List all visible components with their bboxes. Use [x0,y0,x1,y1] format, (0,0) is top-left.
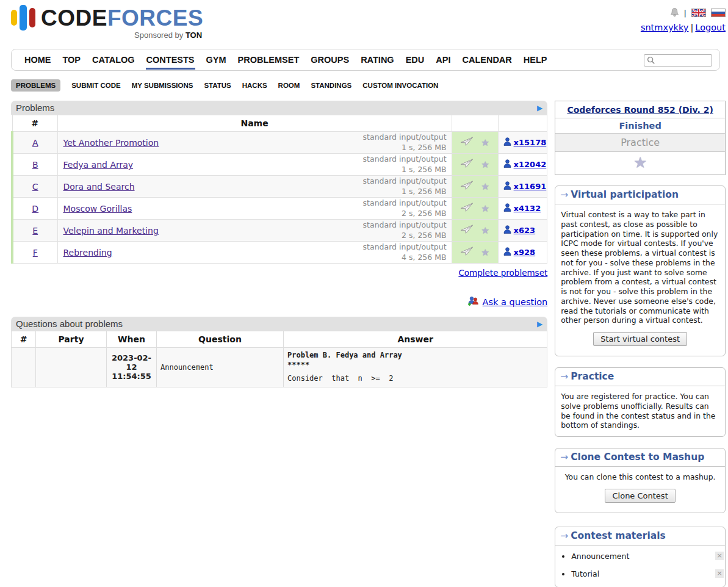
nav-item-groups[interactable]: GROUPS [310,50,350,70]
star-large-icon[interactable]: ★ [633,154,647,171]
practice-title: Practice [571,371,614,382]
clone-contest-button[interactable]: Clone Contest [605,489,675,503]
bell-icon[interactable] [670,7,679,19]
problems-caption: Problems [16,103,54,113]
username-link[interactable]: sntmxykky [641,23,689,32]
nav-item-home[interactable]: HOME [24,50,52,70]
paper-plane-icon[interactable] [460,181,474,193]
solved-count-link[interactable]: x4132 [514,204,541,213]
contest-title-link[interactable]: Codeforces Round 852 (Div. 2) [567,105,713,115]
main-nav: HOME TOP CATALOG CONTESTS GYM PROBLEMSET… [11,49,720,71]
contest-status: Finished [555,118,725,134]
problem-name-link[interactable]: Moscow Gorillas [63,204,132,214]
search-box [644,54,712,67]
star-icon[interactable]: ★ [481,159,489,170]
questions-caption-bar: Questions about problems ▶ [11,317,547,331]
problem-index-link[interactable]: F [33,248,38,257]
complete-problemset-link[interactable]: Complete problemset [458,268,547,278]
main-column: Problems ▶ # Name A Yet Another Promotio… [11,101,547,587]
question-row: 2023-02-12 11:54:55 Announcement Problem… [12,348,547,387]
tab-hacks[interactable]: HACKS [242,82,267,89]
problem-index-link[interactable]: B [32,160,38,170]
tab-my-submissions[interactable]: MY SUBMISSIONS [132,82,193,89]
contest-sub-nav: PROBLEMS SUBMIT CODE MY SUBMISSIONS STAT… [11,79,726,92]
problem-row-a: A Yet Another Promotion standard input/o… [12,132,547,154]
solved-count-link[interactable]: x11691 [514,182,547,191]
problem-name-link[interactable]: Fedya and Array [63,160,134,170]
page: CODEFORCES Sponsored by TON | sntmxykky|… [0,0,728,587]
nav-item-gym[interactable]: GYM [206,50,227,70]
tab-submit-code[interactable]: SUBMIT CODE [71,82,121,89]
paper-plane-icon[interactable] [460,247,474,259]
star-icon[interactable]: ★ [481,225,489,236]
caption-play-icon[interactable]: ▶ [537,320,542,328]
star-icon[interactable]: ★ [481,181,489,192]
problem-name-link[interactable]: Dora and Search [63,182,135,192]
caption-arrow-icon: → [560,452,568,463]
material-announcement-link[interactable]: Announcement [571,552,629,561]
logo-wordmark[interactable]: CODEFORCES [41,7,203,29]
problem-row-d: D Moscow Gorillas standard input/output2… [12,198,547,220]
problem-index-link[interactable]: A [32,138,38,148]
person-icon [503,225,511,236]
practice-box: →Practice You are registered for practic… [555,367,726,437]
header-right: | sntmxykky|Logout [641,5,726,44]
star-icon[interactable]: ★ [481,137,489,148]
tab-status[interactable]: STATUS [204,82,231,89]
person-icon [503,247,511,258]
problem-index-link[interactable]: D [32,204,38,214]
caption-play-icon[interactable]: ▶ [537,104,542,112]
start-virtual-contest-button[interactable]: Start virtual contest [593,332,687,346]
ru-flag-icon[interactable] [711,9,726,17]
paper-plane-icon[interactable] [460,203,474,215]
virtual-participation-box: →Virtual participation Virtual contest i… [555,185,726,356]
solved-count-link[interactable]: x12042 [514,160,547,169]
paper-plane-icon[interactable] [460,159,474,171]
tab-standings[interactable]: STANDINGS [311,82,351,89]
logout-link[interactable]: Logout [695,23,726,32]
nav-item-api[interactable]: API [435,50,451,70]
paper-plane-icon[interactable] [460,137,474,149]
problem-row-c: C Dora and Search standard input/output1… [12,176,547,198]
clone-mashup-title: Clone Contest to Mashup [571,452,704,463]
person-icon [503,203,511,214]
logo-forces-text: FORCES [107,5,203,31]
problem-limits: standard input/output1 s, 256 MB [360,154,452,176]
close-icon[interactable]: × [715,569,724,578]
problem-limits: standard input/output2 s, 256 MB [360,198,452,220]
nav-item-help[interactable]: HELP [523,50,548,70]
problem-index-link[interactable]: E [32,226,38,236]
tab-problems[interactable]: PROBLEMS [11,79,60,92]
nav-item-contests[interactable]: CONTESTS [146,50,195,70]
nav-item-calendar[interactable]: CALENDAR [461,50,512,70]
question-when: 2023-02-12 11:54:55 [107,348,157,387]
star-icon[interactable]: ★ [481,203,489,214]
problem-limits: standard input/output1 s, 256 MB [360,132,452,154]
uk-flag-icon[interactable] [691,9,706,17]
nav-item-rating[interactable]: RATING [360,50,395,70]
contest-info-box: Codeforces Round 852 (Div. 2) Finished P… [555,101,726,175]
tab-custom-invocation[interactable]: CUSTOM INVOCATION [362,82,438,89]
nav-item-problemset[interactable]: PROBLEMSET [237,50,300,70]
solved-count-link[interactable]: x623 [514,226,536,235]
problem-name-link[interactable]: Velepin and Marketing [63,226,159,236]
solved-count-link[interactable]: x928 [514,248,536,257]
logo-code-text: CODE [41,5,107,31]
close-icon[interactable]: × [715,552,724,560]
paper-plane-icon[interactable] [460,225,474,237]
solved-count-link[interactable]: x15178 [514,138,547,147]
nav-item-edu[interactable]: EDU [405,50,425,70]
ask-question-link[interactable]: Ask a question [483,297,548,307]
ton-brand: TON [186,31,202,40]
nav-item-top[interactable]: TOP [62,50,82,70]
problem-index-link[interactable]: C [32,182,38,192]
material-tutorial-link[interactable]: Tutorial [571,569,599,578]
problem-name-link[interactable]: Yet Another Promotion [63,138,159,148]
col-header-qnum: # [12,331,36,348]
problem-row-e: E Velepin and Marketing standard input/o… [12,220,547,242]
problem-name-link[interactable]: Rebrending [63,248,112,257]
tab-room[interactable]: ROOM [278,82,300,89]
logo[interactable]: CODEFORCES Sponsored by TON [11,5,203,44]
nav-item-catalog[interactable]: CATALOG [92,50,135,70]
star-icon[interactable]: ★ [481,247,489,258]
